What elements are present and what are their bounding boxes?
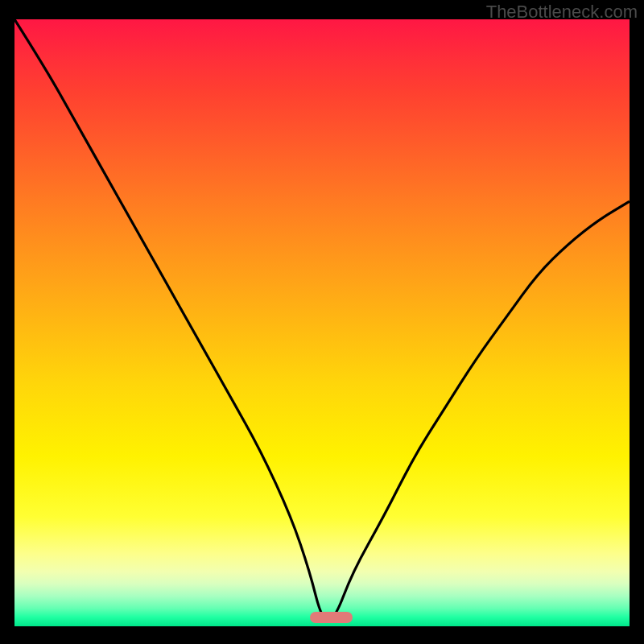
bottleneck-curve (14, 19, 630, 626)
focus-marker (310, 612, 353, 623)
watermark-text: TheBottleneck.com (486, 2, 638, 23)
chart-plot-area (14, 19, 630, 626)
bottleneck-curve-path (14, 19, 630, 620)
